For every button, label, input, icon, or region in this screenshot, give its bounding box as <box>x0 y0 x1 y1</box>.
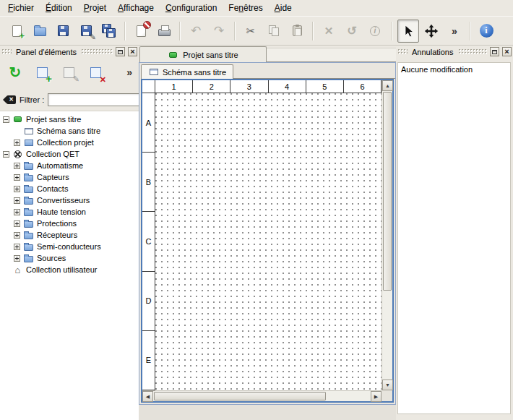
print-button[interactable] <box>153 20 175 43</box>
tree-item-automatisme[interactable]: Automatisme <box>0 160 139 171</box>
tree-item-capteurs[interactable]: Capteurs <box>0 171 139 183</box>
undo-empty-text: Aucune modification <box>401 65 473 74</box>
reload-collections-icon: ↻ <box>6 63 25 82</box>
undo-button[interactable]: ↶ <box>185 20 207 43</box>
dock-grip[interactable] <box>458 48 488 55</box>
plus-expander-icon[interactable] <box>14 140 20 146</box>
tree-item-collection-qet[interactable]: Collection QET <box>0 148 139 160</box>
reload-collections-button[interactable]: ↻ <box>4 61 27 84</box>
schema-icon <box>23 127 34 136</box>
scroll-right-button[interactable] <box>371 391 381 402</box>
undo-history-list[interactable]: Aucune modification <box>397 62 511 414</box>
close-panel-button[interactable] <box>128 47 137 56</box>
column-label: 4 <box>269 80 306 93</box>
tree-item-recepteurs[interactable]: Récepteurs <box>0 229 139 241</box>
save-as-button[interactable]: ✎ <box>75 20 97 43</box>
tree-item-collection-projet[interactable]: Collection projet <box>0 137 139 148</box>
panel-overflow-button[interactable]: » <box>126 67 135 77</box>
overflow-button[interactable]: » <box>444 20 465 43</box>
plus-expander-icon[interactable] <box>14 232 20 239</box>
row-label: D <box>142 272 155 331</box>
tree-item-label: Schéma sans titre <box>37 127 100 135</box>
vertical-scrollbar-thumb[interactable] <box>383 92 392 291</box>
plus-expander-icon[interactable] <box>14 186 20 192</box>
horizontal-scrollbar-thumb[interactable] <box>154 392 326 400</box>
minus-expander-icon[interactable] <box>3 151 9 158</box>
delete-button[interactable]: ✕ <box>318 20 340 43</box>
menu-projet[interactable]: Projet <box>78 0 112 16</box>
tree-item-contacts[interactable]: Contacts <box>0 183 139 194</box>
delete-element-button[interactable]: ✕ <box>84 61 107 84</box>
edit-element-button[interactable]: ✎ <box>57 61 80 84</box>
float-panel-button[interactable] <box>116 47 125 56</box>
scroll-down-button[interactable] <box>382 380 393 390</box>
plus-expander-icon[interactable] <box>14 244 20 250</box>
ruler-corner <box>142 80 155 93</box>
dock-grip[interactable] <box>81 48 113 55</box>
plus-expander-icon[interactable] <box>14 209 20 215</box>
tab-project[interactable]: Projet sans titre <box>139 46 267 62</box>
horizontal-scrollbar[interactable] <box>142 390 381 401</box>
select-pointer-button[interactable] <box>397 20 419 43</box>
tree-item-haute-tension[interactable]: Haute tension <box>0 206 139 218</box>
undo-panel-header[interactable]: Annulations <box>397 46 512 57</box>
menu-aide[interactable]: Aide <box>269 0 298 16</box>
scroll-up-button[interactable] <box>382 80 393 91</box>
vertical-scrollbar[interactable] <box>381 80 392 390</box>
about-info-button[interactable]: i <box>475 20 497 43</box>
folder-icon <box>23 242 34 252</box>
tree-item-collection-utilisateur[interactable]: ⌂Collection utilisateur <box>0 264 139 275</box>
schema-tab-label: Schéma sans titre <box>163 68 226 77</box>
toolbar-separator <box>392 22 393 40</box>
about-info-icon: i <box>478 22 495 40</box>
open-file-button[interactable] <box>29 20 51 43</box>
column-label: 5 <box>306 80 344 93</box>
new-element-button[interactable]: + <box>30 61 53 84</box>
plus-expander-icon[interactable] <box>14 174 20 181</box>
schema-icon <box>148 67 159 77</box>
tree-item-convertisseurs[interactable]: Convertisseurs <box>0 194 139 206</box>
tree-item-projet-sans-titre[interactable]: Projet sans titre <box>0 113 139 125</box>
tree-item-sources[interactable]: Sources <box>0 252 139 264</box>
plus-expander-icon[interactable] <box>14 220 20 227</box>
cut-button[interactable]: ✂ <box>240 20 262 43</box>
close-file-button[interactable] <box>130 20 152 43</box>
scroll-left-button[interactable] <box>142 391 153 402</box>
new-file-button[interactable]: + <box>6 20 27 43</box>
plus-expander-icon[interactable] <box>14 255 20 262</box>
tree-item-protections[interactable]: Protections <box>0 218 139 229</box>
tree-item-label: Sources <box>37 254 66 262</box>
save-all-button[interactable] <box>98 20 120 43</box>
rotate-button[interactable]: ↺ <box>341 20 363 43</box>
menu-edition[interactable]: Édition <box>40 0 78 16</box>
clear-filter-icon[interactable] <box>7 95 16 104</box>
menu-fenetres[interactable]: Fenêtres <box>223 0 268 16</box>
tree-item-label: Capteurs <box>37 173 69 181</box>
paste-button[interactable] <box>286 20 308 43</box>
dock-grip[interactable] <box>1 48 12 55</box>
minus-expander-icon[interactable] <box>3 116 9 123</box>
tree-item-schema-sans-titre[interactable]: Schéma sans titre <box>0 125 139 137</box>
menu-configuration[interactable]: Configuration <box>160 0 223 16</box>
copy-button[interactable] <box>263 20 285 43</box>
object-info-button[interactable]: i <box>364 20 386 43</box>
menu-fichier[interactable]: Fichier <box>2 0 40 16</box>
plus-expander-icon[interactable] <box>14 163 20 169</box>
close-panel-button[interactable] <box>502 47 512 56</box>
save-button[interactable] <box>52 20 74 43</box>
close-icon <box>504 48 509 56</box>
tree-item-label: Convertisseurs <box>37 196 90 205</box>
elements-panel-header[interactable]: Panel d'éléments <box>1 46 137 57</box>
dock-grip[interactable] <box>397 48 408 55</box>
redo-button[interactable]: ↷ <box>208 20 230 43</box>
pan-move-button[interactable] <box>421 20 442 43</box>
print-icon <box>155 22 173 40</box>
tab-schema[interactable]: Schéma sans titre <box>141 64 233 79</box>
diagram-grid[interactable] <box>155 93 381 390</box>
plus-expander-icon[interactable] <box>14 197 20 204</box>
menu-affichage[interactable]: Affichage <box>112 0 160 16</box>
diagram-view[interactable]: 123456 ABCDE <box>141 79 394 403</box>
tree-item-semi-conducteurs[interactable]: Semi-conducteurs <box>0 241 139 252</box>
float-panel-button[interactable] <box>490 47 499 56</box>
main-toolbar: +✎↶↷✂✕↺i»i <box>0 16 513 46</box>
